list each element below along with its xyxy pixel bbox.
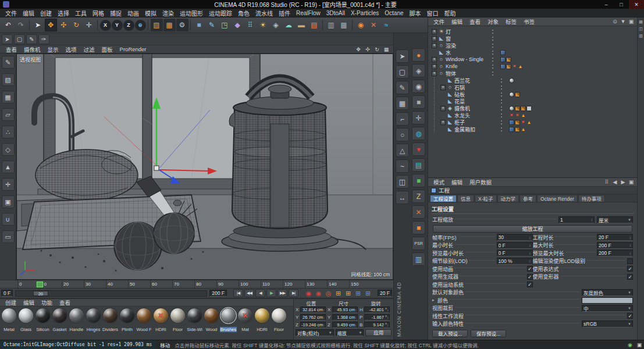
- separator[interactable]: [148, 20, 148, 30]
- material-item[interactable]: Brushes: [220, 308, 237, 332]
- environment-menu[interactable]: ☁: [283, 19, 295, 31]
- use-motion-checkbox[interactable]: [527, 282, 533, 287]
- toggle-view-icon[interactable]: ▦: [382, 47, 391, 52]
- viewport-solo-button[interactable]: ▣: [2, 195, 15, 208]
- attribute-tab[interactable]: X-粒子: [475, 195, 497, 202]
- object-row[interactable]: 柜子: [428, 119, 637, 126]
- am-lock-icon[interactable]: ▣: [627, 179, 635, 185]
- visibility-dots[interactable]: [489, 63, 497, 69]
- material-item[interactable]: Plinth: [119, 308, 136, 332]
- z-axis-lock[interactable]: Z: [123, 20, 134, 31]
- expand-toggle[interactable]: [432, 57, 437, 62]
- xparticles-plugin-button[interactable]: ✕: [368, 19, 380, 31]
- object-row[interactable]: 物体: [428, 70, 637, 77]
- object-row[interactable]: 灯: [428, 28, 637, 35]
- material-sphere[interactable]: [170, 308, 185, 323]
- floor-object-menu[interactable]: ▬: [296, 19, 308, 31]
- expand-toggle[interactable]: [432, 64, 437, 69]
- range-end-field[interactable]: 200 F: [209, 290, 227, 297]
- attribute-menu-item[interactable]: 模式: [430, 178, 448, 186]
- dock-material-icon[interactable]: ◉: [412, 80, 425, 93]
- am-history-back-icon[interactable]: ◀: [611, 179, 619, 185]
- separator[interactable]: [322, 20, 323, 30]
- object-tag[interactable]: [500, 57, 506, 62]
- material-sphere[interactable]: [137, 308, 151, 323]
- attribute-tab[interactable]: Octane Render: [537, 195, 578, 202]
- workplane-lock-button[interactable]: ▭: [2, 230, 15, 243]
- material-sphere[interactable]: [238, 308, 252, 323]
- edges-mode-button[interactable]: ◇: [2, 143, 15, 156]
- expand-toggle[interactable]: [440, 120, 446, 125]
- visibility-dots[interactable]: [497, 119, 506, 125]
- last-used-tool[interactable]: ✛: [83, 19, 95, 31]
- current-frame-field[interactable]: 20 F: [378, 290, 392, 297]
- object-row[interactable]: Knife: [428, 63, 637, 70]
- dock-cube-icon[interactable]: ■: [412, 95, 425, 109]
- menu-item[interactable]: 创建: [37, 9, 55, 17]
- viewport[interactable]: 透视视图 网格线距: 100 cm: [16, 54, 393, 280]
- menu-item[interactable]: 帮助: [442, 9, 459, 17]
- expand-toggle[interactable]: [440, 85, 446, 90]
- visibility-dots[interactable]: [497, 105, 506, 111]
- object-row[interactable]: 石锅: [428, 84, 637, 91]
- polygons-mode-button[interactable]: ▲: [2, 161, 15, 173]
- object-tag[interactable]: [509, 120, 514, 125]
- dock-window-icon[interactable]: ▤: [412, 158, 425, 172]
- rotation-field[interactable]: -1.867 °↕: [364, 314, 390, 320]
- object-tag[interactable]: [526, 120, 532, 125]
- marquee-select-icon[interactable]: ▢: [14, 34, 25, 44]
- object-tag[interactable]: [521, 106, 526, 111]
- material-item[interactable]: Silicon: [34, 308, 51, 332]
- material-menu-item[interactable]: 查看: [56, 298, 74, 307]
- project-duration-field[interactable]: 20 F↕: [597, 234, 633, 241]
- material-menu-item[interactable]: 功能: [38, 298, 56, 307]
- material-item[interactable]: Handle: [68, 308, 85, 332]
- material-item[interactable]: Metal: [1, 308, 17, 332]
- object-row[interactable]: 金属箱扣: [428, 126, 637, 133]
- size-field[interactable]: 9.459 cm↕: [332, 322, 358, 328]
- record-scale-toggle[interactable]: ⊞: [344, 289, 353, 297]
- object-row[interactable]: Window - Single: [428, 56, 637, 63]
- fps-field[interactable]: 30↕: [497, 234, 533, 241]
- dock-pen-icon[interactable]: ✎: [396, 81, 409, 94]
- close-button[interactable]: ✕: [629, 0, 644, 9]
- lod-field[interactable]: 100 %↕: [497, 258, 533, 265]
- material-sphere[interactable]: [86, 308, 101, 323]
- attribute-tab[interactable]: 动力学: [497, 195, 520, 202]
- move-tool[interactable]: ✥: [45, 19, 57, 31]
- expand-toggle[interactable]: [432, 43, 437, 48]
- object-row[interactable]: 砧板: [428, 91, 637, 98]
- color-expand-arrow[interactable]: ▸: [432, 298, 436, 302]
- make-editable-button[interactable]: ✎: [2, 56, 15, 69]
- expand-toggle[interactable]: [432, 36, 437, 41]
- render-to-picture-viewer-button[interactable]: ▦: [163, 19, 176, 31]
- visibility-dots[interactable]: [489, 42, 497, 48]
- separator[interactable]: [190, 20, 191, 30]
- x-axis-lock[interactable]: X: [100, 20, 111, 31]
- dock-orange-cube-icon[interactable]: ■: [412, 221, 425, 234]
- object-row[interactable]: 渲染: [428, 42, 637, 49]
- spline-pen-menu[interactable]: ✎: [206, 19, 218, 31]
- dock-green-cube-icon[interactable]: ■: [412, 174, 425, 187]
- material-item[interactable]: Side-Wi: [186, 308, 203, 332]
- object-tag[interactable]: [509, 113, 514, 118]
- object-row[interactable]: 摄像机: [428, 105, 637, 112]
- next-key-button[interactable]: ▶▶: [277, 289, 287, 297]
- menu-item[interactable]: 动画: [124, 9, 142, 17]
- dock-box-icon[interactable]: ▢: [396, 65, 409, 79]
- dock-axis-icon[interactable]: ✛: [412, 111, 425, 124]
- scale-project-button[interactable]: 缩放工程: [433, 225, 632, 233]
- separator[interactable]: [29, 20, 30, 30]
- project-scale-field[interactable]: 1↕: [558, 216, 595, 223]
- object-tag[interactable]: [509, 106, 514, 111]
- expand-toggle[interactable]: [432, 50, 437, 55]
- strip-panel-icon-3[interactable]: ▥: [638, 33, 643, 38]
- view-clipping-select[interactable]: 中▼: [582, 305, 633, 312]
- enable-snap-button[interactable]: ∪: [2, 213, 15, 226]
- menu-item[interactable]: 模拟: [142, 9, 159, 17]
- record-keyframe-button[interactable]: ◉: [304, 289, 313, 297]
- object-tag[interactable]: [515, 92, 520, 97]
- menu-item[interactable]: 编辑: [20, 9, 37, 17]
- material-menu-item[interactable]: 编辑: [20, 298, 38, 307]
- rotation-field[interactable]: 9.142 °↕: [364, 322, 390, 328]
